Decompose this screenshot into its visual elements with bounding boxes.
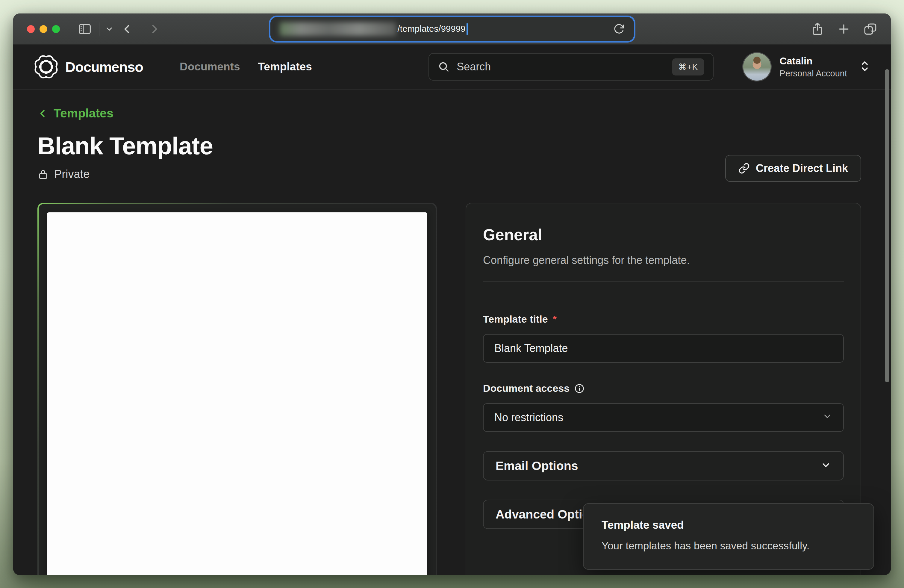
main-content: Templates Blank Template Private Create … bbox=[13, 90, 891, 575]
toolbar-right-actions bbox=[811, 13, 877, 44]
nav-item-templates[interactable]: Templates bbox=[258, 60, 312, 73]
visibility-label: Private bbox=[54, 168, 90, 181]
toast-notification[interactable]: Template saved Your templates has been s… bbox=[583, 503, 874, 570]
breadcrumb-templates-link[interactable]: Templates bbox=[38, 106, 114, 120]
document-preview-card bbox=[38, 203, 437, 575]
search-input[interactable]: Search ⌘+K bbox=[428, 53, 714, 81]
document-access-select[interactable]: No restrictions bbox=[483, 403, 844, 432]
close-window-button[interactable] bbox=[27, 25, 35, 33]
minimize-window-button[interactable] bbox=[40, 25, 47, 33]
user-menu[interactable]: Catalin Personal Account bbox=[742, 52, 871, 81]
brand-logo[interactable]: Documenso bbox=[33, 54, 143, 79]
link-icon bbox=[738, 163, 750, 174]
create-direct-link-label: Create Direct Link bbox=[756, 162, 848, 175]
browser-window: /templates/99999 bbox=[13, 13, 891, 575]
back-button-icon[interactable] bbox=[122, 23, 134, 35]
email-options-label: Email Options bbox=[496, 459, 578, 473]
template-title-label: Template title bbox=[483, 313, 548, 325]
panel-title: General bbox=[483, 226, 844, 244]
breadcrumb-label[interactable]: Templates bbox=[54, 106, 114, 120]
nav-item-documents[interactable]: Documents bbox=[180, 60, 240, 73]
user-avatar-image bbox=[742, 52, 772, 81]
lock-icon bbox=[38, 168, 49, 180]
template-title-input[interactable] bbox=[483, 334, 844, 363]
sidebar-toggle-icon[interactable] bbox=[79, 24, 91, 35]
toast-message: Your templates has been saved successful… bbox=[602, 540, 855, 552]
chevron-down-icon bbox=[822, 411, 833, 424]
search-placeholder: Search bbox=[457, 60, 491, 73]
document-access-label-row: Document access bbox=[483, 383, 844, 394]
reload-icon[interactable] bbox=[613, 24, 624, 35]
step-indicator: Step 1 of 3 bbox=[483, 573, 844, 575]
document-preview-inner bbox=[39, 204, 436, 575]
app-header: Documenso Documents Templates Search ⌘+K… bbox=[13, 44, 891, 90]
share-icon[interactable] bbox=[811, 22, 824, 36]
create-direct-link-button[interactable]: Create Direct Link bbox=[725, 155, 861, 182]
traffic-lights bbox=[27, 25, 60, 33]
user-name: Catalin bbox=[779, 55, 847, 67]
search-icon bbox=[438, 61, 449, 73]
new-tab-icon[interactable] bbox=[838, 23, 850, 35]
address-bar[interactable]: /templates/99999 bbox=[271, 18, 633, 40]
address-bar-path[interactable]: /templates/99999 bbox=[398, 24, 466, 34]
zoom-window-button[interactable] bbox=[52, 25, 60, 33]
search-shortcut-badge: ⌘+K bbox=[672, 58, 704, 76]
main-navigation: Documents Templates bbox=[180, 60, 312, 73]
user-account-type: Personal Account bbox=[779, 69, 847, 79]
chevron-down-icon bbox=[820, 460, 831, 472]
tab-overview-icon[interactable] bbox=[864, 23, 877, 35]
window-scrollbar-thumb[interactable] bbox=[885, 69, 889, 382]
chevron-up-down-icon bbox=[859, 60, 871, 74]
toast-title: Template saved bbox=[602, 519, 855, 531]
info-icon[interactable] bbox=[574, 383, 585, 394]
browser-toolbar: /templates/99999 bbox=[13, 13, 891, 44]
brand-name: Documenso bbox=[65, 59, 143, 75]
panel-divider bbox=[483, 281, 844, 281]
toolbar-divider bbox=[99, 22, 100, 36]
template-title-label-row: Template title * bbox=[483, 313, 844, 325]
chevron-down-icon[interactable] bbox=[105, 25, 114, 33]
required-marker: * bbox=[553, 313, 557, 325]
document-page-blank[interactable] bbox=[47, 212, 427, 575]
email-options-toggle[interactable]: Email Options bbox=[483, 451, 844, 481]
document-access-value: No restrictions bbox=[495, 411, 563, 424]
chevron-left-icon bbox=[38, 107, 48, 120]
forward-button-icon[interactable] bbox=[148, 23, 160, 35]
documenso-logo-icon bbox=[33, 54, 59, 79]
document-access-label: Document access bbox=[483, 383, 569, 394]
panel-subtitle: Configure general settings for the templ… bbox=[483, 254, 844, 267]
page-hero: Templates Blank Template Private Create … bbox=[38, 106, 861, 181]
address-bar-redacted-host bbox=[280, 22, 397, 36]
text-caret bbox=[466, 23, 468, 35]
